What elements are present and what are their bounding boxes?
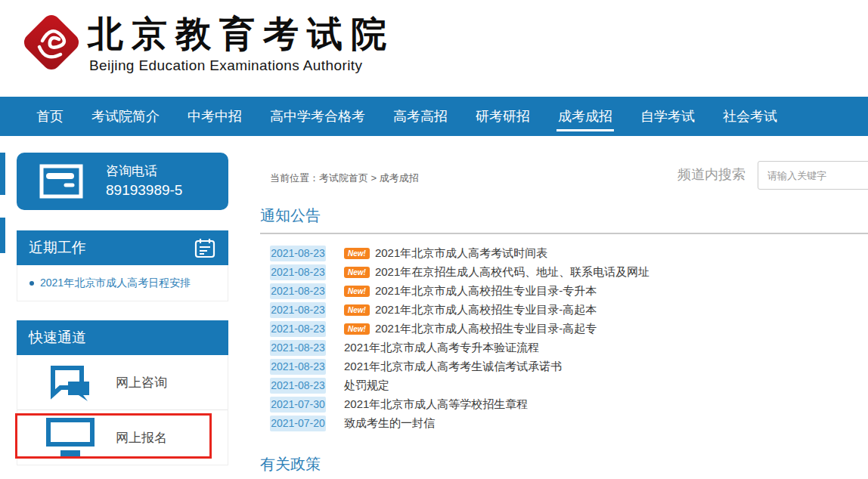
main-content: 当前位置：考试院首页 > 成考成招 频道内搜索 通知公告 2021-08-23N…	[250, 153, 868, 479]
notice-row[interactable]: 2021-07-302021年北京市成人高等学校招生章程	[270, 395, 868, 414]
monitor-icon	[46, 418, 95, 457]
notice-link-title: 处罚规定	[344, 379, 389, 393]
channel-search-label: 频道内搜索	[677, 165, 746, 184]
new-badge: New!	[344, 267, 370, 278]
recent-work-link-label: 2021年北京市成人高考日程安排	[40, 277, 191, 290]
notice-link-title: 2021年北京市成人高校招生专业目录-高起本	[375, 303, 597, 317]
notice-date-badge: 2021-08-23	[270, 302, 326, 318]
notice-row[interactable]: 2021-08-23New!2021年北京市成人高校招生专业目录-专升本	[270, 282, 868, 301]
recent-work-box: 近期工作 2021年北京市成人高考日程安排	[17, 231, 228, 301]
notice-date-badge: 2021-07-30	[270, 397, 326, 413]
notice-link-title: 致成考生的一封信	[344, 416, 435, 431]
notice-link-title: 2021年在京招生成人高校代码、地址、联系电话及网址	[375, 265, 649, 280]
nav-item-7[interactable]: 自学考试	[640, 97, 695, 136]
section-divider	[260, 233, 868, 234]
new-badge: New!	[344, 323, 370, 335]
quick-item-label: 网上报名	[116, 429, 167, 447]
nav-item-8[interactable]: 社会考试	[723, 97, 777, 136]
notice-list: 2021-08-23New!2021年北京市成人高考考试时间表2021-08-2…	[270, 244, 868, 433]
quick-channel-title: 快速通道	[29, 328, 86, 348]
notice-row[interactable]: 2021-08-23New!2021年北京市成人高校招生专业目录-高起本	[270, 301, 868, 320]
notice-date-badge: 2021-08-23	[270, 321, 326, 337]
notice-link-title: 2021年北京市成人高考考生诚信考试承诺书	[344, 360, 562, 374]
notice-row[interactable]: 2021-08-23New!2021年北京市成人高考考试时间表	[270, 244, 868, 263]
nav-item-0[interactable]: 首页	[36, 97, 64, 136]
notice-link-title: 2021年北京市成人高考专升本验证流程	[344, 341, 539, 355]
recent-work-link[interactable]: 2021年北京市成人高考日程安排	[17, 265, 228, 301]
notice-row[interactable]: 2021-08-232021年北京市成人高考考生诚信考试承诺书	[270, 357, 868, 376]
notice-row[interactable]: 2021-07-20致成考生的一封信	[270, 414, 868, 433]
notice-date-badge: 2021-08-23	[270, 246, 326, 261]
notice-link-title: 2021年北京市成人高等学校招生章程	[344, 397, 528, 412]
notice-row[interactable]: 2021-08-232021年北京市成人高考专升本验证流程	[270, 338, 868, 357]
notice-date-badge: 2021-08-23	[270, 264, 326, 280]
recent-work-title: 近期工作	[29, 238, 86, 258]
nav-item-1[interactable]: 考试院简介	[91, 97, 160, 136]
nav-item-3[interactable]: 高中学考合格考	[270, 97, 365, 136]
nav-item-2[interactable]: 中考中招	[188, 97, 242, 136]
new-badge: New!	[344, 286, 370, 297]
phone-card-icon	[39, 164, 83, 199]
quick-item-online-signup[interactable]: 网上报名	[17, 409, 228, 465]
notice-date-badge: 2021-08-23	[270, 340, 326, 356]
breadcrumb: 当前位置：考试院首页 > 成考成招	[270, 172, 419, 185]
policy-section-title: 有关政策	[260, 454, 321, 474]
site-header: 北京教育考试院 Beijing Education Examinations A…	[0, 0, 868, 97]
nav-item-6-active[interactable]: 成考成招	[558, 97, 612, 136]
search-input[interactable]	[758, 161, 868, 190]
notice-section-title: 通知公告	[260, 206, 321, 226]
notice-date-badge: 2021-07-20	[270, 416, 326, 431]
notice-date-badge: 2021-08-23	[270, 283, 326, 299]
new-badge: New!	[344, 304, 370, 316]
nav-item-5[interactable]: 研考研招	[476, 97, 530, 136]
hotline-card: 咨询电话 89193989-5	[17, 153, 228, 210]
quick-item-label: 网上咨询	[116, 374, 167, 391]
site-title-en: Beijing Education Examinations Authority	[89, 57, 362, 74]
nav-item-4[interactable]: 高考高招	[393, 97, 448, 136]
left-edge-fragment	[0, 218, 5, 253]
hotline-number: 89193989-5	[106, 181, 182, 200]
main-nav: 首页考试院简介中考中招高中学考合格考高考高招研考研招成考成招自学考试社会考试	[0, 97, 868, 136]
new-badge: New!	[344, 248, 370, 259]
notice-row[interactable]: 2021-08-23New!2021年北京市成人高校招生专业目录-高起专	[270, 320, 868, 338]
notice-link-title: 2021年北京市成人高校招生专业目录-高起专	[375, 322, 597, 336]
left-edge-fragment	[0, 153, 5, 195]
notice-date-badge: 2021-08-23	[270, 359, 326, 375]
hotline-label: 咨询电话	[106, 163, 182, 181]
site-title-cn: 北京教育考试院	[88, 11, 395, 58]
notice-row[interactable]: 2021-08-23New!2021年在京招生成人高校代码、地址、联系电话及网址	[270, 263, 868, 282]
notice-link-title: 2021年北京市成人高考考试时间表	[375, 246, 547, 261]
notice-date-badge: 2021-08-23	[270, 378, 326, 394]
chat-bubbles-icon	[46, 363, 95, 401]
calendar-icon	[194, 236, 216, 259]
quick-item-online-consult[interactable]: 网上咨询	[17, 355, 228, 409]
notice-row[interactable]: 2021-08-23处罚规定	[270, 376, 868, 395]
page: ☎ 咨询电话：010- 北京教育考试院 Beijing Education Ex…	[0, 0, 868, 479]
beea-diamond-logo	[20, 8, 85, 83]
notice-link-title: 2021年北京市成人高校招生专业目录-专升本	[375, 284, 597, 298]
bullet-dot	[29, 281, 34, 286]
quick-channel-box: 快速通道 网上咨询 网上报名	[17, 321, 228, 465]
